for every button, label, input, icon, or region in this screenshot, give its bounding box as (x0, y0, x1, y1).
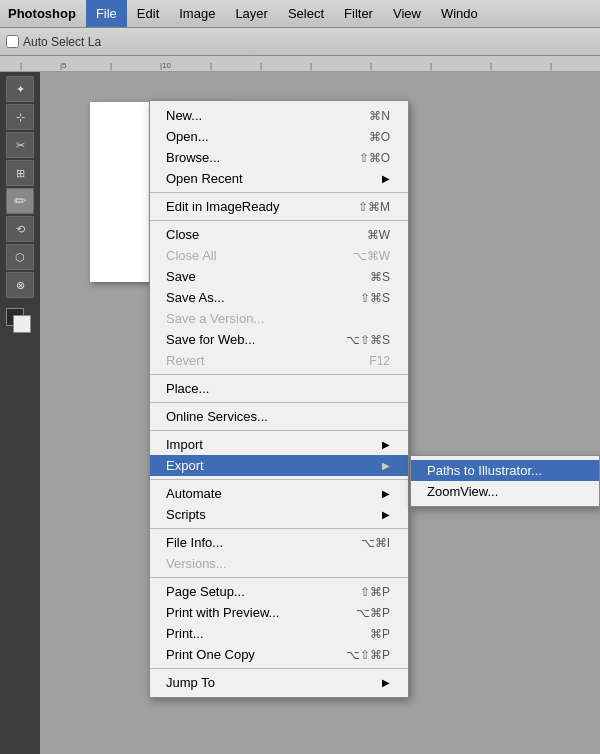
automate-arrow: ▶ (382, 488, 390, 499)
tool-select[interactable]: ⊹ (6, 104, 34, 130)
open-recent-arrow: ▶ (382, 173, 390, 184)
auto-select-label: Auto Select La (23, 35, 101, 49)
tool-crop[interactable]: ⊞ (6, 160, 34, 186)
submenu-item-paths-illustrator[interactable]: Paths to Illustrator... (411, 460, 599, 481)
auto-select-checkbox[interactable] (6, 35, 19, 48)
menu-window[interactable]: Windo (431, 0, 488, 27)
menu-item-new[interactable]: New... ⌘N (150, 105, 408, 126)
menu-item-jump-to[interactable]: Jump To ▶ (150, 672, 408, 693)
menu-item-export-wrapper: Export ▶ Paths to Illustrator... ZoomVie… (150, 455, 408, 476)
menu-layer[interactable]: Layer (225, 0, 278, 27)
menu-image[interactable]: Image (169, 0, 225, 27)
menu-item-imageready[interactable]: Edit in ImageReady ⇧⌘M (150, 196, 408, 217)
export-arrow: ▶ (382, 460, 390, 471)
menu-item-file-info[interactable]: File Info... ⌥⌘I (150, 532, 408, 553)
separator-2 (150, 220, 408, 221)
toolbar: Auto Select La (0, 28, 600, 56)
menu-item-browse[interactable]: Browse... ⇧⌘O (150, 147, 408, 168)
menu-file[interactable]: File (86, 0, 127, 27)
menu-item-place[interactable]: Place... (150, 378, 408, 399)
canvas-area: New... ⌘N Open... ⌘O Browse... ⇧⌘O Open … (40, 72, 600, 754)
tool-pen[interactable]: ✏ (6, 188, 34, 214)
tool-lasso[interactable]: ✂ (6, 132, 34, 158)
menu-item-print-preview[interactable]: Print with Preview... ⌥⌘P (150, 602, 408, 623)
menu-item-page-setup[interactable]: Page Setup... ⇧⌘P (150, 581, 408, 602)
menu-item-save-as[interactable]: Save As... ⇧⌘S (150, 287, 408, 308)
submenu-item-zoomview[interactable]: ZoomView... (411, 481, 599, 502)
tool-eraser[interactable]: ⊗ (6, 272, 34, 298)
separator-1 (150, 192, 408, 193)
separator-6 (150, 479, 408, 480)
menu-item-open[interactable]: Open... ⌘O (150, 126, 408, 147)
menu-item-revert[interactable]: Revert F12 (150, 350, 408, 371)
separator-7 (150, 528, 408, 529)
menu-filter[interactable]: Filter (334, 0, 383, 27)
menu-item-open-recent[interactable]: Open Recent ▶ (150, 168, 408, 189)
separator-9 (150, 668, 408, 669)
menu-edit[interactable]: Edit (127, 0, 169, 27)
menu-item-export[interactable]: Export ▶ (150, 455, 408, 476)
menu-item-online-services[interactable]: Online Services... (150, 406, 408, 427)
menu-item-scripts[interactable]: Scripts ▶ (150, 504, 408, 525)
menu-item-save-version[interactable]: Save a Version... (150, 308, 408, 329)
separator-8 (150, 577, 408, 578)
export-submenu: Paths to Illustrator... ZoomView... (410, 455, 600, 507)
import-arrow: ▶ (382, 439, 390, 450)
ruler-horizontal: | |5 | |10 | | | | | | | (0, 56, 600, 72)
color-swatch[interactable] (6, 308, 34, 334)
scripts-arrow: ▶ (382, 509, 390, 520)
menu-item-automate[interactable]: Automate ▶ (150, 483, 408, 504)
menu-item-save-web[interactable]: Save for Web... ⌥⇧⌘S (150, 329, 408, 350)
menu-item-save[interactable]: Save ⌘S (150, 266, 408, 287)
menu-item-versions[interactable]: Versions... (150, 553, 408, 574)
menu-item-close-all[interactable]: Close All ⌥⌘W (150, 245, 408, 266)
main-area: ✦ ⊹ ✂ ⊞ ✏ ⟲ ⬡ ⊗ New... ⌘N Open... ⌘O Bro… (0, 72, 600, 754)
menu-bar: Photoshop File Edit Image Layer Select F… (0, 0, 600, 28)
separator-4 (150, 402, 408, 403)
menu-select[interactable]: Select (278, 0, 334, 27)
menu-view[interactable]: View (383, 0, 431, 27)
menu-item-close[interactable]: Close ⌘W (150, 224, 408, 245)
sidebar: ✦ ⊹ ✂ ⊞ ✏ ⟲ ⬡ ⊗ (0, 72, 40, 754)
tool-move[interactable]: ✦ (6, 76, 34, 102)
tool-shape[interactable]: ⬡ (6, 244, 34, 270)
separator-5 (150, 430, 408, 431)
menu-item-print-one[interactable]: Print One Copy ⌥⇧⌘P (150, 644, 408, 665)
file-menu-dropdown: New... ⌘N Open... ⌘O Browse... ⇧⌘O Open … (149, 100, 409, 698)
jump-to-arrow: ▶ (382, 677, 390, 688)
menu-photoshop[interactable]: Photoshop (0, 0, 86, 27)
menu-item-import[interactable]: Import ▶ (150, 434, 408, 455)
separator-3 (150, 374, 408, 375)
menu-item-print[interactable]: Print... ⌘P (150, 623, 408, 644)
tool-type[interactable]: ⟲ (6, 216, 34, 242)
